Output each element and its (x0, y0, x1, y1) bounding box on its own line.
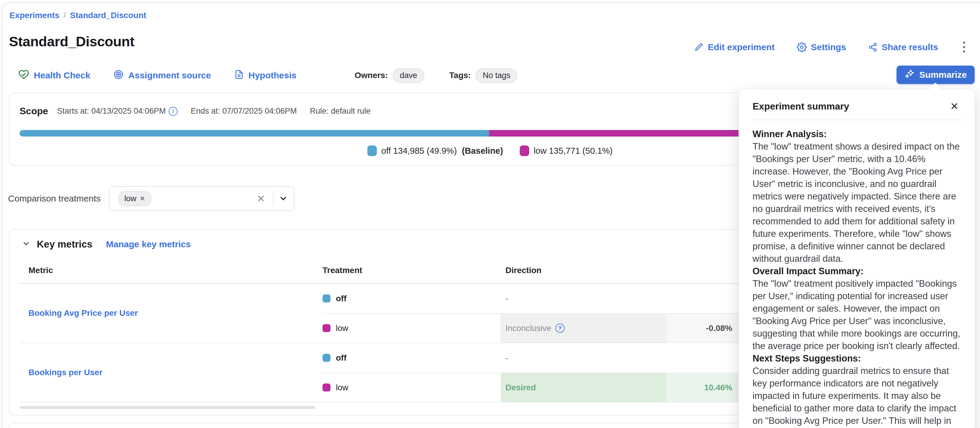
owners-block: Owners: dave (355, 68, 424, 83)
panel-body: Winner Analysis: The "low" treatment sho… (752, 128, 961, 428)
tags-block: Tags: No tags (449, 68, 518, 83)
tags-pill[interactable]: No tags (476, 68, 517, 83)
summarize-button[interactable]: Summarize (897, 66, 975, 84)
direction-cell-inconclusive: Inconclusive ? (501, 313, 667, 342)
info-icon[interactable]: i (169, 107, 178, 116)
direction-cell: - (501, 343, 667, 373)
summary-section-next-steps: Next Steps Suggestions: Consider adding … (752, 352, 961, 428)
scope-ends-at: Ends at: 07/07/2025 04:06PM (191, 106, 297, 116)
panel-divider (752, 120, 961, 120)
key-metrics-header: Key metrics Manage key metrics (22, 239, 191, 250)
heart-check-icon (18, 69, 29, 82)
treatment-swatch-off (323, 295, 331, 303)
legend-item-off: off 134,985 (49.9%) (Baseline) (368, 146, 503, 156)
scope-header: Scope Starts at: 04/13/2025 04:06PM i En… (20, 106, 371, 117)
breadcrumb-current-link[interactable]: Standard_Discount (70, 11, 146, 20)
edit-experiment-button[interactable]: Edit experiment (694, 42, 775, 52)
section-heading: Overall Impact Summary: (752, 266, 864, 276)
edit-experiment-label: Edit experiment (708, 42, 775, 52)
section-body: The "low" treatment positively impacted … (752, 277, 961, 352)
experiment-page: Experiments / Standard_Discount Standard… (0, 0, 980, 428)
table-header-row: Metric Treatment Direction (20, 257, 739, 284)
value-cell: -0.08% (667, 313, 739, 342)
horizontal-scrollbar-thumb[interactable] (20, 406, 315, 409)
treatment-swatch-off (323, 354, 331, 362)
scope-starts-at: Starts at: 04/13/2025 04:06PM i (57, 106, 178, 116)
treatment-chip-label: low (124, 194, 137, 203)
summary-section-winner: Winner Analysis: The "low" treatment sho… (752, 128, 961, 265)
key-metrics-title: Key metrics (37, 239, 92, 250)
direction-label: Desired (506, 383, 536, 392)
metric-link[interactable]: Bookings per User (29, 368, 102, 377)
column-header-metric: Metric (20, 266, 323, 275)
allocation-segment-off (20, 130, 489, 136)
chevron-down-icon[interactable] (279, 194, 288, 203)
table-row-bookings-per-user: Bookings per User off - low Desired 10.4… (20, 343, 739, 403)
value-cell: 10.46% (667, 373, 739, 402)
legend-swatch-off (368, 146, 377, 156)
panel-caret (929, 83, 942, 96)
treatment-cell-off: off (323, 343, 501, 373)
table-row-booking-avg-price: Booking Avg Price per User off - low Inc… (20, 284, 739, 343)
select-divider (273, 191, 274, 206)
section-body: The "low" treatment shows a desired impa… (752, 140, 961, 265)
owners-label: Owners: (355, 71, 388, 80)
share-results-button[interactable]: Share results (868, 42, 938, 52)
tab-health-check-label: Health Check (34, 70, 90, 81)
tab-assignment-source[interactable]: Assignment source (113, 70, 211, 82)
question-icon[interactable]: ? (555, 323, 565, 333)
sparkles-icon (904, 68, 915, 81)
tab-hypothesis-label: Hypothesis (248, 70, 297, 81)
target-icon (113, 70, 124, 82)
panel-title: Experiment summary (752, 101, 849, 112)
scope-title: Scope (20, 106, 48, 117)
treatment-name: off (336, 353, 347, 363)
treatment-name: low (336, 323, 348, 333)
owner-pill[interactable]: dave (393, 68, 424, 83)
treatment-swatch-low (323, 324, 331, 332)
column-header-treatment: Treatment (323, 266, 501, 275)
panel-title-row: Experiment summary ✕ (752, 100, 961, 113)
header-actions: Edit experiment Settings Share results (694, 40, 968, 54)
collapse-chevron-icon[interactable] (22, 239, 30, 249)
legend-swatch-low (520, 146, 529, 156)
breadcrumb-separator: / (64, 11, 66, 20)
manage-key-metrics-link[interactable]: Manage key metrics (106, 239, 191, 249)
column-header-direction: Direction (501, 266, 667, 275)
chip-remove-icon[interactable]: × (140, 194, 145, 203)
share-icon (868, 43, 878, 52)
comparison-treatments-label: Comparison treatments (8, 193, 101, 204)
tab-hypothesis[interactable]: Hypothesis (234, 70, 297, 81)
treatment-cell-low: low (323, 373, 501, 402)
settings-label: Settings (811, 42, 846, 52)
page-title: Standard_Discount (9, 33, 134, 49)
treatment-name: low (336, 383, 348, 392)
scope-starts-label: Starts at: 04/13/2025 04:06PM (57, 106, 166, 116)
direction-label: Inconclusive (506, 323, 551, 333)
breadcrumb: Experiments / Standard_Discount (10, 11, 146, 20)
summary-section-overall: Overall Impact Summary: The "low" treatm… (752, 265, 961, 352)
section-heading: Next Steps Suggestions: (752, 353, 861, 364)
close-icon[interactable]: ✕ (948, 100, 961, 113)
scope-rule: Rule: default rule (310, 106, 371, 116)
treatment-name: off (336, 294, 347, 303)
overflow-menu-button[interactable] (960, 40, 968, 54)
key-metrics-table: Metric Treatment Direction Booking Avg P… (20, 257, 739, 403)
direction-cell-desired: Desired (501, 373, 667, 402)
value-cell (667, 343, 739, 373)
settings-button[interactable]: Settings (797, 42, 846, 52)
legend-baseline-tag: (Baseline) (462, 146, 503, 156)
comparison-treatments-row: Comparison treatments low × ✕ (8, 186, 294, 211)
metric-link[interactable]: Booking Avg Price per User (29, 308, 138, 318)
comparison-treatments-select[interactable]: low × ✕ (109, 186, 294, 211)
tab-health-check[interactable]: Health Check (18, 69, 90, 82)
treatment-chip-low[interactable]: low × (118, 191, 151, 206)
pencil-icon (694, 43, 703, 52)
document-icon (234, 70, 244, 81)
section-body: Consider adding guardrail metrics to ens… (752, 365, 961, 428)
experiment-summary-panel: Experiment summary ✕ Winner Analysis: Th… (738, 89, 975, 428)
select-clear-icon[interactable]: ✕ (254, 193, 267, 204)
breadcrumb-experiments-link[interactable]: Experiments (10, 11, 59, 20)
legend-text-off: off 134,985 (49.9%) (381, 146, 457, 156)
legend-item-low: low 135,771 (50.1%) (520, 146, 612, 156)
